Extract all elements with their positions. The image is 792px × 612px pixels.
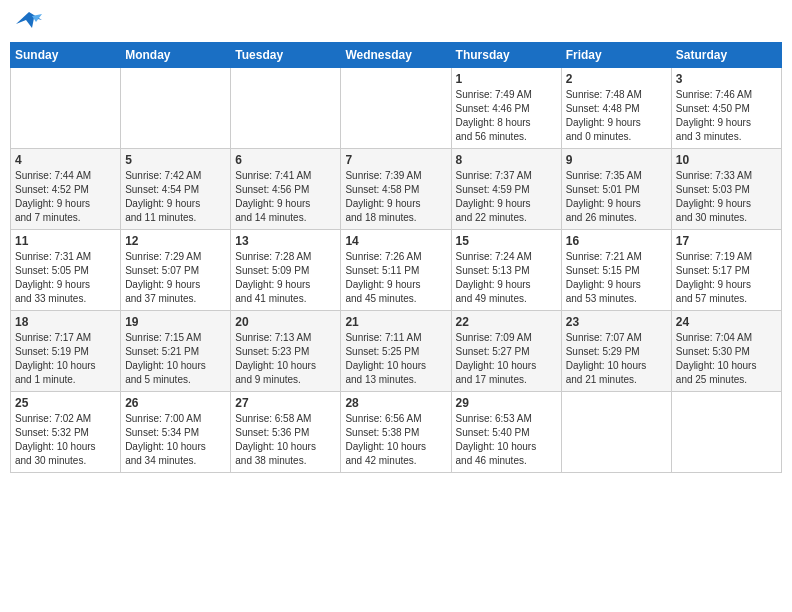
day-info: Sunrise: 7:26 AM Sunset: 5:11 PM Dayligh… [345,250,446,306]
day-number: 25 [15,396,116,410]
calendar-cell: 10Sunrise: 7:33 AM Sunset: 5:03 PM Dayli… [671,149,781,230]
day-info: Sunrise: 7:39 AM Sunset: 4:58 PM Dayligh… [345,169,446,225]
day-number: 8 [456,153,557,167]
calendar-cell: 18Sunrise: 7:17 AM Sunset: 5:19 PM Dayli… [11,311,121,392]
day-info: Sunrise: 7:15 AM Sunset: 5:21 PM Dayligh… [125,331,226,387]
calendar-table: SundayMondayTuesdayWednesdayThursdayFrid… [10,42,782,473]
calendar-cell: 13Sunrise: 7:28 AM Sunset: 5:09 PM Dayli… [231,230,341,311]
day-info: Sunrise: 7:44 AM Sunset: 4:52 PM Dayligh… [15,169,116,225]
svg-marker-0 [16,12,42,28]
day-info: Sunrise: 7:17 AM Sunset: 5:19 PM Dayligh… [15,331,116,387]
day-number: 13 [235,234,336,248]
calendar-cell: 27Sunrise: 6:58 AM Sunset: 5:36 PM Dayli… [231,392,341,473]
day-info: Sunrise: 7:31 AM Sunset: 5:05 PM Dayligh… [15,250,116,306]
day-header: Wednesday [341,43,451,68]
day-number: 18 [15,315,116,329]
calendar-cell [561,392,671,473]
calendar-cell [121,68,231,149]
calendar-cell: 2Sunrise: 7:48 AM Sunset: 4:48 PM Daylig… [561,68,671,149]
day-info: Sunrise: 7:41 AM Sunset: 4:56 PM Dayligh… [235,169,336,225]
calendar-cell: 28Sunrise: 6:56 AM Sunset: 5:38 PM Dayli… [341,392,451,473]
day-number: 21 [345,315,446,329]
header [10,10,782,34]
day-number: 29 [456,396,557,410]
calendar-cell: 8Sunrise: 7:37 AM Sunset: 4:59 PM Daylig… [451,149,561,230]
day-number: 7 [345,153,446,167]
calendar-cell: 25Sunrise: 7:02 AM Sunset: 5:32 PM Dayli… [11,392,121,473]
calendar-cell: 21Sunrise: 7:11 AM Sunset: 5:25 PM Dayli… [341,311,451,392]
calendar-week-row: 1Sunrise: 7:49 AM Sunset: 4:46 PM Daylig… [11,68,782,149]
day-header: Saturday [671,43,781,68]
calendar-cell: 16Sunrise: 7:21 AM Sunset: 5:15 PM Dayli… [561,230,671,311]
calendar-cell: 11Sunrise: 7:31 AM Sunset: 5:05 PM Dayli… [11,230,121,311]
day-info: Sunrise: 7:29 AM Sunset: 5:07 PM Dayligh… [125,250,226,306]
day-number: 9 [566,153,667,167]
day-number: 1 [456,72,557,86]
day-info: Sunrise: 7:21 AM Sunset: 5:15 PM Dayligh… [566,250,667,306]
day-info: Sunrise: 6:58 AM Sunset: 5:36 PM Dayligh… [235,412,336,468]
day-info: Sunrise: 7:09 AM Sunset: 5:27 PM Dayligh… [456,331,557,387]
day-info: Sunrise: 7:46 AM Sunset: 4:50 PM Dayligh… [676,88,777,144]
calendar-cell: 29Sunrise: 6:53 AM Sunset: 5:40 PM Dayli… [451,392,561,473]
day-number: 14 [345,234,446,248]
day-number: 28 [345,396,446,410]
day-info: Sunrise: 7:04 AM Sunset: 5:30 PM Dayligh… [676,331,777,387]
day-number: 5 [125,153,226,167]
day-number: 3 [676,72,777,86]
day-header: Friday [561,43,671,68]
day-info: Sunrise: 7:19 AM Sunset: 5:17 PM Dayligh… [676,250,777,306]
day-header: Sunday [11,43,121,68]
calendar-cell: 19Sunrise: 7:15 AM Sunset: 5:21 PM Dayli… [121,311,231,392]
logo [14,10,48,34]
calendar-cell: 15Sunrise: 7:24 AM Sunset: 5:13 PM Dayli… [451,230,561,311]
calendar-cell: 14Sunrise: 7:26 AM Sunset: 5:11 PM Dayli… [341,230,451,311]
day-info: Sunrise: 7:11 AM Sunset: 5:25 PM Dayligh… [345,331,446,387]
day-info: Sunrise: 7:49 AM Sunset: 4:46 PM Dayligh… [456,88,557,144]
day-info: Sunrise: 6:53 AM Sunset: 5:40 PM Dayligh… [456,412,557,468]
calendar-cell: 23Sunrise: 7:07 AM Sunset: 5:29 PM Dayli… [561,311,671,392]
day-number: 16 [566,234,667,248]
day-info: Sunrise: 7:24 AM Sunset: 5:13 PM Dayligh… [456,250,557,306]
calendar-cell: 5Sunrise: 7:42 AM Sunset: 4:54 PM Daylig… [121,149,231,230]
day-number: 2 [566,72,667,86]
day-header: Thursday [451,43,561,68]
day-info: Sunrise: 7:48 AM Sunset: 4:48 PM Dayligh… [566,88,667,144]
calendar-cell: 22Sunrise: 7:09 AM Sunset: 5:27 PM Dayli… [451,311,561,392]
day-info: Sunrise: 7:37 AM Sunset: 4:59 PM Dayligh… [456,169,557,225]
day-number: 19 [125,315,226,329]
calendar-week-row: 11Sunrise: 7:31 AM Sunset: 5:05 PM Dayli… [11,230,782,311]
calendar-cell: 6Sunrise: 7:41 AM Sunset: 4:56 PM Daylig… [231,149,341,230]
day-number: 22 [456,315,557,329]
calendar-week-row: 25Sunrise: 7:02 AM Sunset: 5:32 PM Dayli… [11,392,782,473]
day-info: Sunrise: 7:42 AM Sunset: 4:54 PM Dayligh… [125,169,226,225]
day-number: 6 [235,153,336,167]
calendar-cell [11,68,121,149]
calendar-cell [671,392,781,473]
day-number: 4 [15,153,116,167]
calendar-cell [341,68,451,149]
day-number: 12 [125,234,226,248]
calendar-cell: 7Sunrise: 7:39 AM Sunset: 4:58 PM Daylig… [341,149,451,230]
calendar-cell: 4Sunrise: 7:44 AM Sunset: 4:52 PM Daylig… [11,149,121,230]
day-info: Sunrise: 7:02 AM Sunset: 5:32 PM Dayligh… [15,412,116,468]
day-info: Sunrise: 7:28 AM Sunset: 5:09 PM Dayligh… [235,250,336,306]
day-number: 11 [15,234,116,248]
logo-icon [14,10,44,34]
day-number: 17 [676,234,777,248]
day-number: 20 [235,315,336,329]
day-info: Sunrise: 7:00 AM Sunset: 5:34 PM Dayligh… [125,412,226,468]
calendar-cell: 9Sunrise: 7:35 AM Sunset: 5:01 PM Daylig… [561,149,671,230]
day-number: 27 [235,396,336,410]
calendar-cell: 26Sunrise: 7:00 AM Sunset: 5:34 PM Dayli… [121,392,231,473]
calendar-week-row: 18Sunrise: 7:17 AM Sunset: 5:19 PM Dayli… [11,311,782,392]
calendar-cell: 3Sunrise: 7:46 AM Sunset: 4:50 PM Daylig… [671,68,781,149]
day-info: Sunrise: 7:35 AM Sunset: 5:01 PM Dayligh… [566,169,667,225]
day-number: 23 [566,315,667,329]
day-number: 26 [125,396,226,410]
day-header: Tuesday [231,43,341,68]
day-number: 15 [456,234,557,248]
day-info: Sunrise: 7:33 AM Sunset: 5:03 PM Dayligh… [676,169,777,225]
day-info: Sunrise: 7:13 AM Sunset: 5:23 PM Dayligh… [235,331,336,387]
calendar-cell: 1Sunrise: 7:49 AM Sunset: 4:46 PM Daylig… [451,68,561,149]
day-info: Sunrise: 7:07 AM Sunset: 5:29 PM Dayligh… [566,331,667,387]
